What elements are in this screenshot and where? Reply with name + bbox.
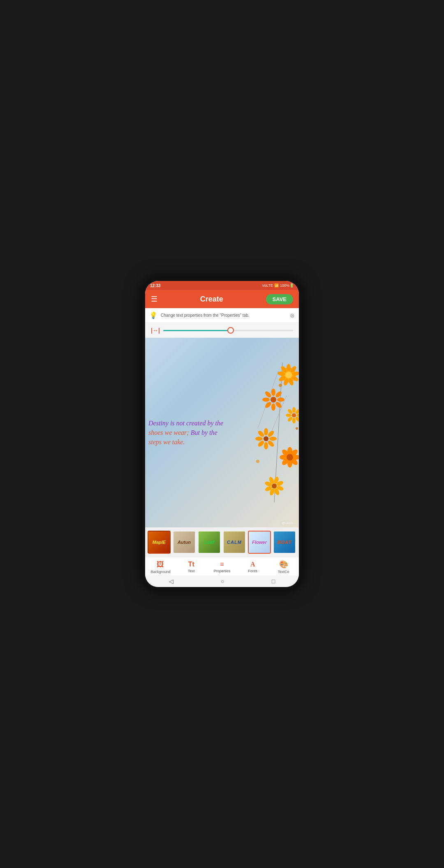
page-title: Create (200, 295, 223, 304)
slider-thumb[interactable] (227, 327, 234, 334)
menu-icon[interactable]: ☰ (151, 295, 157, 304)
svg-point-20 (262, 398, 270, 402)
template-boat-label: BOAT (278, 540, 291, 545)
template-leaf[interactable]: Leaf (198, 531, 221, 554)
phone-frame: 12:33 VoLTE 📶 100%🔋 ☰ Create SAVE 💡 Chan… (142, 278, 302, 590)
status-time: 12:33 (150, 283, 161, 288)
template-maple[interactable]: MaplE (148, 531, 171, 554)
svg-point-4 (285, 372, 292, 378)
recents-button[interactable]: □ (272, 578, 275, 585)
battery-icon: 100%🔋 (280, 283, 294, 288)
svg-point-18 (271, 404, 275, 411)
template-calm[interactable]: CALM (223, 531, 246, 554)
top-bar: ☰ Create SAVE (145, 290, 299, 308)
svg-point-33 (267, 430, 275, 438)
template-flower-label: Flower (252, 540, 266, 545)
flowers-decoration (233, 338, 299, 527)
svg-point-23 (292, 407, 296, 413)
svg-point-5 (287, 364, 291, 371)
text-icon: Tt (188, 561, 194, 568)
back-button[interactable]: ◁ (169, 578, 173, 585)
svg-point-34 (269, 437, 277, 441)
svg-point-58 (272, 484, 277, 489)
signal-icon: 📶 (274, 283, 279, 288)
tip-lightbulb-icon: 💡 (149, 311, 157, 319)
template-leaf-label: Leaf (204, 539, 215, 545)
tip-text: Change text properties from the "Propert… (161, 313, 287, 318)
svg-point-40 (264, 436, 268, 441)
svg-point-15 (275, 390, 283, 399)
quote-line-2: shoes we wear; (148, 429, 189, 436)
canvas-background: Destiny is not created by the shoes we w… (145, 338, 299, 527)
android-nav: ◁ ○ □ (145, 576, 299, 587)
tip-close-button[interactable]: ⊗ (290, 312, 295, 319)
template-boat[interactable]: BOAT (273, 531, 296, 554)
svg-point-38 (255, 437, 263, 441)
nav-fonts-label: Fonts (248, 569, 258, 573)
template-maple-label: MaplE (153, 540, 166, 545)
quote-line-3: But by the (189, 429, 217, 436)
svg-point-49 (287, 454, 293, 461)
quote-text: Destiny is not created by the shoes we w… (148, 418, 228, 447)
svg-point-27 (292, 418, 296, 424)
template-autumn-label: Autun (178, 540, 191, 545)
svg-point-39 (257, 430, 265, 438)
svg-point-14 (271, 389, 275, 396)
resize-icon: |↔| (151, 327, 160, 334)
nav-textcolor[interactable]: 🎨 TextCo (268, 560, 299, 574)
textcolor-icon: 🎨 (279, 560, 288, 569)
tip-bar: 💡 Change text properties from the "Prope… (145, 308, 299, 323)
width-slider[interactable] (163, 330, 293, 331)
quote-line-1: Destiny is not created by the (148, 420, 223, 427)
templates-area: MaplE Autun Leaf CALM (145, 527, 299, 557)
nav-background-label: Background (150, 570, 170, 574)
svg-point-35 (267, 440, 275, 448)
background-icon: 🖼 (157, 560, 164, 569)
svg-point-59 (279, 384, 282, 387)
nav-background[interactable]: 🖼 Background (145, 560, 176, 574)
bottom-nav: 🖼 Background Tt Text ≡ Properties A Font… (145, 557, 299, 576)
watermark: @vikrin... (282, 521, 296, 525)
svg-point-32 (264, 428, 268, 436)
phone-screen: 12:33 VoLTE 📶 100%🔋 ☰ Create SAVE 💡 Chan… (145, 281, 299, 587)
nav-text-label: Text (188, 569, 195, 573)
status-icons: VoLTE 📶 100%🔋 (262, 283, 294, 288)
svg-point-16 (277, 398, 284, 402)
properties-icon: ≡ (220, 561, 224, 568)
template-autumn[interactable]: Autun (173, 531, 196, 554)
quote-line-4: steps we take. (148, 439, 185, 446)
home-button[interactable]: ○ (221, 578, 224, 585)
svg-point-22 (271, 397, 276, 403)
svg-point-36 (264, 442, 268, 450)
volte-icon: VoLTE (262, 283, 273, 288)
status-bar: 12:33 VoLTE 📶 100%🔋 (145, 281, 299, 290)
slider-fill (163, 330, 231, 331)
nav-text[interactable]: Tt Text (176, 561, 207, 573)
svg-point-60 (296, 427, 298, 430)
nav-properties[interactable]: ≡ Properties (207, 561, 238, 573)
fonts-icon: A (250, 561, 255, 568)
slider-area: |↔| (145, 323, 299, 338)
nav-textcolor-label: TextCo (278, 570, 289, 574)
template-calm-label: CALM (227, 540, 242, 545)
template-flower[interactable]: Flower (248, 531, 271, 554)
nav-properties-label: Properties (213, 569, 230, 573)
svg-point-25 (296, 414, 299, 417)
save-button[interactable]: SAVE (266, 294, 293, 304)
canvas-area: Destiny is not created by the shoes we w… (145, 338, 299, 527)
svg-point-37 (257, 440, 265, 448)
svg-point-31 (292, 413, 296, 418)
svg-point-61 (256, 460, 259, 463)
svg-point-29 (286, 414, 291, 417)
nav-fonts[interactable]: A Fonts (237, 561, 268, 573)
